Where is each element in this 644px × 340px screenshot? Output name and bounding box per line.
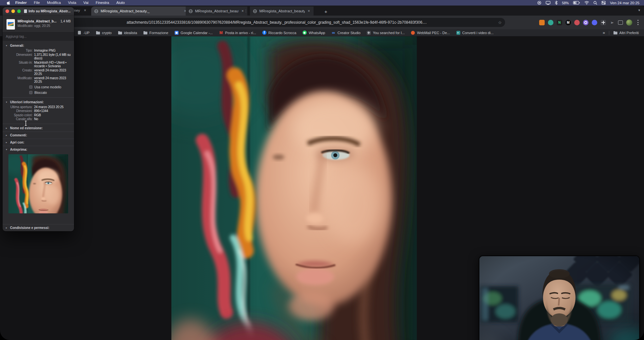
extension-red-icon[interactable] [574,20,580,25]
bookmark-item-altri-preferiti[interactable]: Altri Preferiti [613,31,639,35]
bookmark-label: -UP [83,31,90,35]
extension-m-circle-icon[interactable]: M [565,20,571,25]
checkbox-icon[interactable] [29,91,32,94]
close-tab-icon[interactable]: × [83,8,87,13]
file-name: MRregista_Abstract_b... [18,19,58,23]
info-titlebar[interactable]: Info su MRregista_Abstr... [3,7,74,15]
section-generali[interactable]: ▾ Generali: [6,44,71,47]
browser-menu-kebab-icon[interactable] [636,19,641,25]
bookmark-label: WebMail PEC - De... [417,31,450,35]
minimize-window-button[interactable] [11,9,15,13]
section-apri-con[interactable]: ▸ Apri con: [6,139,71,146]
section-ulteriori-informazioni[interactable]: ▾ Ulteriori informazioni: [6,100,71,104]
bookmark-label: idealista [124,31,137,35]
control-center-icon[interactable] [601,1,606,5]
divider [3,124,74,124]
menu-aiuto[interactable]: Aiuto [113,0,128,6]
section-nome-ed-estensione[interactable]: ▸ Nome ed estensione: [6,125,71,132]
add-tags-field[interactable]: Aggiungi tag... [3,32,74,41]
apple-menu-icon[interactable] [5,1,12,5]
close-tab-icon[interactable]: × [307,9,311,13]
bookmark-item[interactable]: f Riccardo Scrocca [262,31,296,35]
globe-favicon [94,9,98,13]
info-row: Creato: venerdì 24 marzo 2023 20:25 [6,69,71,76]
bookmark-item[interactable]: Formazione [143,31,168,35]
close-tab-icon[interactable]: × [241,9,244,13]
page-icon [78,31,81,34]
close-window-button[interactable] [6,9,9,13]
extension-discord-icon[interactable] [592,20,597,25]
extension-frame-icon[interactable] [618,20,623,25]
bookmark-label: crypto [102,31,112,35]
section-anteprima[interactable]: ▾ Anteprima: [6,146,71,153]
extension-evernote-icon[interactable]: N [557,20,562,25]
info-preview-image [8,154,68,213]
grid-icon [367,31,371,35]
bookmark-item[interactable]: Google Calendar -... [174,31,213,35]
menu-file[interactable]: File [30,0,43,6]
url-text: attachments/1013512335442333816/10889063… [127,20,495,25]
info-row: Situato in: Macintosh HD • Utenti • ricc… [6,61,71,68]
extension-purple-ring-icon[interactable] [583,20,588,25]
new-tab-button[interactable]: + [322,7,330,15]
bookmarks-bar: -UP crypto idealista Formazione Google C… [0,29,644,36]
display-mirroring-icon[interactable] [546,1,551,5]
battery-icon[interactable] [573,1,580,5]
bookmark-item[interactable]: M Posta in arrivo - ri... [219,31,256,35]
tab-mrregista-2[interactable]: MRregista_Abstract_beauty._ × [186,6,247,16]
record-indicator-icon[interactable] [537,1,541,5]
background-tab-partial[interactable]: ney × [74,8,87,13]
tab-search-chevron-icon[interactable]: ▾ [638,8,640,12]
bookmark-star-icon[interactable]: ☆ [498,20,502,25]
wifi-icon[interactable] [584,1,589,5]
info-row: Spazio colori: RGB [6,113,71,117]
bookmark-item[interactable]: -UP [77,31,90,35]
extension-orange-icon[interactable] [539,20,545,25]
checkbox-usa-come-modello[interactable]: Usa come modello [29,85,71,89]
section-condivisione-e-permessi[interactable]: ▸ Condivisione e permessi: [6,224,71,231]
portrait-image[interactable] [171,36,417,340]
tab-label: MRregista_Abstract_beauty._ [101,9,181,13]
bookmark-item[interactable]: ▸ Converti i video di... [456,31,494,35]
menu-modifica[interactable]: Modifica [43,0,65,6]
tab-mrregista-1[interactable]: MRregista_Abstract_beauty._ × [91,6,190,16]
video-icon: ▸ [456,31,460,35]
bookmarks-overflow-chevron[interactable]: » [603,30,605,35]
chevron-right-icon: ▸ [6,226,8,229]
whatsapp-icon [303,31,307,35]
checkbox-bloccato[interactable]: Bloccato [29,91,71,94]
webmail-icon [411,31,415,35]
bookmark-item[interactable]: idealista [118,31,137,35]
bookmark-item[interactable]: WebMail PEC - De... [411,31,450,35]
menubar-clock[interactable]: Ven 24 mar 20:25 [610,1,639,5]
bookmark-item[interactable]: ∞ Creator Studio [331,31,361,35]
menubar-app-name[interactable]: Finder [12,0,30,6]
bookmark-label: Posta in arrivo - ri... [225,31,256,35]
folder-icon [96,31,100,35]
profile-avatar[interactable] [626,19,632,26]
bookmark-item[interactable]: WhatsApp [303,31,325,35]
url-address-bar[interactable]: attachments/1013512335442333816/10889063… [49,18,505,27]
folder-icon [143,31,147,35]
macos-menubar: Finder File Modifica Vista Vai Finestra … [0,0,644,6]
bookmark-label: Altri Preferiti [619,31,639,35]
tab-strip: ney × MRregista_Abstract_beauty._ × MRre… [0,6,644,16]
menu-vista[interactable]: Vista [65,0,80,6]
tab-mrregista-3[interactable]: MRregista_Abstract_beauty._ × [250,6,314,16]
extension-grid-icon[interactable] [601,20,606,25]
extension-teal-icon[interactable] [548,20,553,25]
zoom-window-button[interactable] [17,9,21,13]
bookmark-label: Formazione [149,31,168,35]
spotlight-search-icon[interactable] [593,1,597,5]
section-commenti[interactable]: ▸ Commenti: [6,132,71,139]
bluetooth-icon[interactable] [555,1,558,5]
file-header: MRregista_Abstract_b... 1,4 MB Modificat… [3,15,74,32]
tab-label: MRregista_Abstract_beauty._ [195,9,239,13]
extension-share-icon[interactable]: ➢ [609,20,615,25]
menu-vai[interactable]: Vai [80,0,92,6]
checkbox-icon[interactable] [29,85,32,89]
bookmark-item[interactable]: You searched for I... [367,31,405,35]
chevron-right-icon: ▸ [6,127,8,130]
menu-finestra[interactable]: Finestra [92,0,113,6]
bookmark-item[interactable]: crypto [96,31,112,35]
